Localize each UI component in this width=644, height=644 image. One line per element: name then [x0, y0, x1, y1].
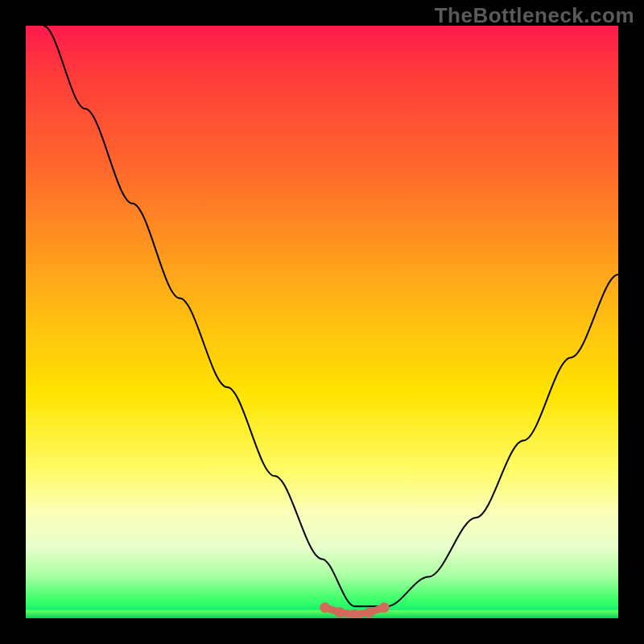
watermark-text: TheBottleneck.com [435, 3, 634, 28]
chart-frame: TheBottleneck.com [0, 0, 644, 644]
floor-bead [379, 602, 390, 613]
floor-bead [320, 602, 330, 613]
curve-layer [26, 26, 618, 618]
bottleneck-curve-path [43, 26, 618, 606]
floor-bead [364, 607, 374, 617]
plot-area [26, 26, 618, 618]
floor-bead [335, 607, 345, 617]
floor-segment [320, 602, 390, 618]
bottleneck-curve [43, 26, 618, 606]
